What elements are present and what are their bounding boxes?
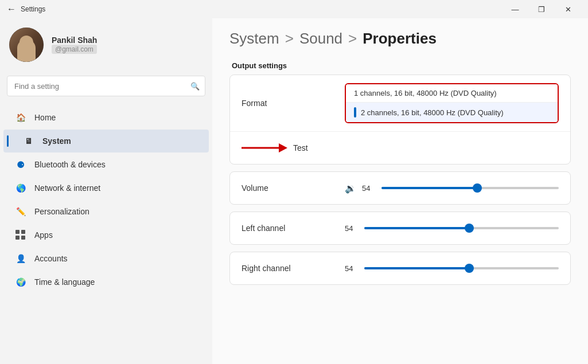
nav-items: 🏠 Home 🖥 System ⚈ Bluetooth & devices 🌎 … [0,105,212,364]
test-label: Test [293,143,308,152]
format-option-1[interactable]: 1 channels, 16 bit, 48000 Hz (DVD Qualit… [346,84,558,103]
breadcrumb-sep2: > [348,30,357,48]
content-area: System > Sound > Properties Output setti… [212,18,588,364]
volume-slider-container: 🔉 54 [345,183,559,194]
user-name: Pankil Shah [52,36,97,45]
right-channel-track[interactable] [364,267,559,269]
left-channel-track[interactable] [364,227,559,229]
search-box: 🔍 [7,76,205,96]
left-channel-card: Left channel 54 [229,212,571,245]
sidebar: Pankil Shah @gmail.com 🔍 🏠 Home 🖥 System… [0,18,212,364]
bluetooth-icon: ⚈ [15,159,26,170]
system-icon: 🖥 [23,135,34,147]
right-channel-value: 54 [345,264,359,273]
volume-fill [381,187,477,189]
sidebar-item-label: Network & internet [34,183,100,193]
main-window: Pankil Shah @gmail.com 🔍 🏠 Home 🖥 System… [0,18,588,364]
right-channel-card: Right channel 54 [229,252,571,285]
sidebar-item-bluetooth[interactable]: ⚈ Bluetooth & devices [3,153,209,176]
left-channel-label: Left channel [242,224,345,233]
volume-label: Volume [242,183,345,193]
svg-rect-1 [21,230,25,234]
sidebar-item-time-language[interactable]: 🌍 Time & language [3,271,209,293]
accounts-icon: 👤 [15,253,26,264]
window-controls: — ❐ ✕ [502,0,581,18]
sidebar-item-network[interactable]: 🌎 Network & internet [3,177,209,199]
search-input[interactable] [7,76,205,96]
back-icon[interactable]: ← [7,4,16,14]
sidebar-item-system[interactable]: 🖥 System [3,130,209,152]
breadcrumb-sound: Sound [299,30,342,48]
left-channel-row: Left channel 54 [230,212,570,244]
right-channel-row: Right channel 54 [230,252,570,284]
svg-rect-0 [15,230,20,234]
sidebar-item-apps[interactable]: Apps [3,224,209,246]
user-profile: Pankil Shah @gmail.com [0,18,212,76]
right-channel-fill [364,267,469,269]
close-button[interactable]: ✕ [555,0,581,18]
network-icon: 🌎 [15,182,26,194]
section-title: Output settings [229,61,571,70]
personalization-icon: ✏️ [15,206,26,217]
left-channel-fill [364,227,469,229]
volume-row: Volume 🔉 54 [230,172,570,204]
breadcrumb-sep1: > [285,30,294,48]
sidebar-item-label: System [42,136,71,146]
time-language-icon: 🌍 [15,276,26,288]
search-icon: 🔍 [190,82,200,91]
user-info: Pankil Shah @gmail.com [52,36,97,54]
home-icon: 🏠 [15,112,26,123]
format-label: Format [242,99,345,108]
sidebar-item-personalization[interactable]: ✏️ Personalization [3,200,209,223]
breadcrumb: System > Sound > Properties [229,30,571,48]
left-channel-slider-container: 54 [345,224,559,233]
selected-indicator [354,107,356,118]
sidebar-item-label: Bluetooth & devices [34,160,106,169]
right-channel-slider-container: 54 [345,264,559,273]
apps-icon [15,229,26,241]
breadcrumb-system: System [229,30,279,48]
user-email: @gmail.com [52,45,97,54]
sidebar-item-label: Time & language [34,277,95,287]
volume-icon: 🔉 [345,183,356,194]
sidebar-item-label: Personalization [34,207,89,216]
right-channel-thumb [465,264,474,273]
maximize-button[interactable]: ❐ [528,0,555,18]
svg-rect-3 [21,236,25,240]
volume-thumb [473,183,482,193]
format-options[interactable]: 1 channels, 16 bit, 48000 Hz (DVD Qualit… [345,83,559,123]
red-arrow-icon [242,141,287,155]
breadcrumb-properties: Properties [363,30,437,48]
active-indicator [7,135,9,147]
titlebar: ← Settings — ❐ ✕ [0,0,588,18]
format-option-2[interactable]: 2 channels, 16 bit, 48000 Hz (DVD Qualit… [346,103,558,122]
svg-rect-2 [15,236,20,240]
avatar [9,28,44,62]
left-channel-thumb [465,224,474,233]
minimize-button[interactable]: — [502,0,528,18]
right-channel-label: Right channel [242,264,345,273]
format-row: Format 1 channels, 16 bit, 48000 Hz (DVD… [230,75,570,132]
svg-marker-5 [279,143,287,152]
left-channel-value: 54 [345,224,359,233]
sidebar-item-label: Accounts [34,254,68,263]
volume-value: 54 [362,184,376,193]
sidebar-item-home[interactable]: 🏠 Home [3,106,209,129]
format-test-card: Format 1 channels, 16 bit, 48000 Hz (DVD… [229,75,571,165]
app-title: Settings [21,5,45,13]
sidebar-item-label: Home [34,113,56,122]
test-row: Test [230,132,570,164]
volume-card: Volume 🔉 54 [229,171,571,205]
sidebar-item-label: Apps [34,230,53,240]
volume-track[interactable] [381,187,559,189]
sidebar-item-accounts[interactable]: 👤 Accounts [3,247,209,270]
